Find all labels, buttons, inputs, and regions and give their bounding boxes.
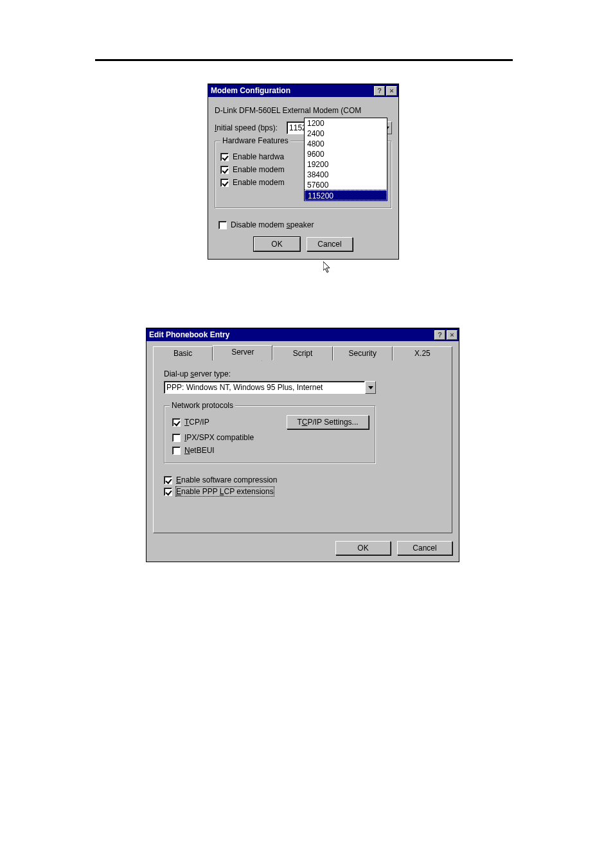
group-legend: Network protocols [170,401,235,410]
ok-button[interactable]: OK [335,541,391,555]
list-item[interactable]: 2400 [305,128,387,139]
enable-hardware-label: Enable hardwa [233,152,284,161]
initial-speed-label: Initial speed (bps): [215,123,278,132]
titlebar: Modem Configuration ? × [208,84,398,97]
tabstrip: Basic Server Script Security X.25 [153,345,452,360]
modem-configuration-dialog: Modem Configuration ? × D-Link DFM-560EL… [208,84,399,260]
checkbox-icon[interactable] [218,221,227,229]
ppp-lcp-label: Enable PPP LCP extensions [176,487,274,496]
list-item[interactable]: 38400 [305,170,387,180]
dialog-title: Edit Phonebook Entry [149,330,434,339]
chevron-down-icon[interactable] [365,381,376,394]
titlebar-buttons: ? × [434,330,458,340]
tab-basic[interactable]: Basic [153,346,213,360]
edit-phonebook-dialog: Edit Phonebook Entry ? × Basic Server Sc… [146,328,459,562]
network-protocols-group: Network protocols TCP/IP TCP/IP Settings… [164,405,376,464]
checkbox-icon[interactable] [220,153,229,161]
close-icon[interactable]: × [386,86,397,96]
list-item[interactable]: 4800 [305,139,387,149]
tab-script[interactable]: Script [272,346,332,360]
dialog-title: Modem Configuration [211,86,374,95]
help-icon[interactable]: ? [434,330,445,340]
list-item[interactable]: 115200 [305,190,387,200]
checkbox-icon[interactable] [220,166,229,174]
ppp-lcp-row[interactable]: Enable PPP LCP extensions [164,487,441,496]
tab-security[interactable]: Security [333,346,393,360]
dialog-body: D-Link DFM-560EL External Modem (COM Ini… [208,97,398,259]
page-divider [95,59,513,61]
ok-button[interactable]: OK [254,237,300,251]
tab-panel-server: Dial-up server type: PPP: Windows NT, Wi… [153,360,452,533]
cancel-button[interactable]: Cancel [397,541,452,555]
enable-modem-2-label: Enable modem [233,178,285,187]
tcpip-settings-button[interactable]: TCP/IP Settings... [287,415,369,429]
tab-x25[interactable]: X.25 [393,346,452,360]
titlebar: Edit Phonebook Entry ? × [147,328,459,341]
checkbox-icon[interactable] [172,418,181,427]
ipxspx-row[interactable]: IPX/SPX compatible [172,433,369,442]
disable-speaker-label: Disable modem speaker [231,220,314,229]
netbeui-row[interactable]: NetBEUI [172,446,369,455]
speed-dropdown-list[interactable]: 1200 2400 4800 9600 19200 38400 57600 11… [304,118,387,201]
cancel-button[interactable]: Cancel [306,237,353,251]
checkbox-icon[interactable] [164,476,172,484]
tcpip-label: TCP/IP [184,418,209,427]
server-type-combo[interactable]: PPP: Windows NT, Windows 95 Plus, Intern… [164,381,376,394]
disable-speaker-row[interactable]: Disable modem speaker [218,220,392,229]
checkbox-icon[interactable] [220,179,229,187]
list-item[interactable]: 57600 [305,180,387,190]
ipxspx-label: IPX/SPX compatible [184,433,254,442]
dialup-server-type-label: Dial-up server type: [164,369,441,378]
netbeui-label: NetBEUI [184,446,215,455]
checkbox-icon[interactable] [164,488,172,496]
checkbox-icon[interactable] [172,434,181,442]
tcpip-row[interactable]: TCP/IP [172,418,209,427]
cursor-icon [323,261,332,274]
dialog-body: Basic Server Script Security X.25 Dial-u… [147,341,459,562]
close-icon[interactable]: × [447,330,458,340]
enable-modem-1-label: Enable modem [233,165,285,174]
software-compression-row[interactable]: Enable software compression [164,475,441,484]
page: Modem Configuration ? × D-Link DFM-560EL… [0,0,613,868]
server-type-value[interactable]: PPP: Windows NT, Windows 95 Plus, Intern… [164,381,365,394]
group-legend: Hardware Features [220,136,290,145]
list-item[interactable]: 9600 [305,149,387,159]
checkbox-icon[interactable] [172,447,181,455]
tab-server[interactable]: Server [213,345,272,360]
help-icon[interactable]: ? [374,86,385,96]
list-item[interactable]: 19200 [305,159,387,170]
titlebar-buttons: ? × [374,86,397,96]
software-compression-label: Enable software compression [176,475,277,484]
list-item[interactable]: 1200 [305,118,387,128]
modem-name-label: D-Link DFM-560EL External Modem (COM [215,106,392,115]
